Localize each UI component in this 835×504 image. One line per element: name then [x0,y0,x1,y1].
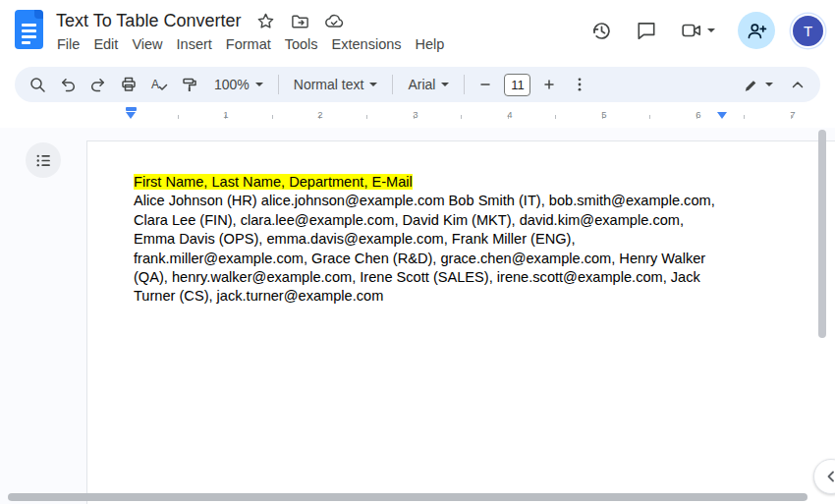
docs-app-icon[interactable] [15,10,43,49]
spell-check-icon[interactable]: A [145,71,173,98]
header-actions: T [583,9,823,52]
move-folder-icon[interactable] [290,12,309,31]
document-page[interactable]: First Name, Last Name, Department, E-Mai… [86,140,835,504]
heading-line[interactable]: First Name, Last Name, Department, E-Mai… [134,173,724,192]
hide-menus-icon[interactable] [784,71,811,98]
title-row: Text To Table Converter [56,11,344,31]
ruler-mark: 6 [696,109,700,120]
ruler-mark: 3 [413,109,418,120]
menu-view[interactable]: View [125,34,169,54]
paragraph-style-select[interactable]: Normal text [286,71,386,98]
cloud-status-icon[interactable] [324,12,344,31]
menu-tools[interactable]: Tools [278,34,325,54]
more-toolbar-options-icon[interactable] [566,71,593,98]
zoom-select[interactable]: 100% [206,71,271,98]
document-canvas: First Name, Last Name, Department, E-Mai… [0,128,835,504]
menu-help[interactable]: Help [409,34,452,54]
svg-text:A: A [151,78,159,91]
toolbar-divider [278,75,279,94]
ruler-mark: 7 [790,109,795,120]
chevron-down-icon [441,83,449,86]
font-family-select[interactable]: Arial [400,71,457,98]
chevron-down-icon [369,83,377,86]
first-line-indent-marker[interactable] [126,107,137,111]
paint-format-icon[interactable] [176,71,203,98]
right-indent-marker[interactable] [717,112,727,119]
redo-icon[interactable] [84,71,112,98]
document-text[interactable]: First Name, Last Name, Department, E-Mai… [87,141,724,307]
paragraph-style-value: Normal text [294,77,364,92]
toolbar-divider [392,75,393,94]
toolbar-divider [464,75,465,94]
header: Text To Table Converter File Edit View I… [0,0,835,61]
menu-insert[interactable]: Insert [170,34,219,54]
zoom-value: 100% [214,77,250,92]
vertical-scrollbar[interactable] [818,130,826,338]
docs-icon-fold [34,10,43,19]
document-body[interactable]: Alice Johnson (HR) alice.johnson@example… [134,192,724,306]
document-title[interactable]: Text To Table Converter [56,11,241,31]
editing-mode-select[interactable] [735,71,781,98]
chevron-down-icon [765,83,773,86]
menu-bar: File Edit View Insert Format Tools Exten… [50,34,451,54]
meet-video-icon[interactable] [673,12,722,49]
menu-edit[interactable]: Edit [86,34,125,54]
print-icon[interactable] [115,71,142,98]
chevron-down-icon [255,83,263,86]
horizontal-scrollbar[interactable] [8,493,807,501]
version-history-icon[interactable] [583,12,620,49]
menu-extensions[interactable]: Extensions [325,34,409,54]
horizontal-ruler[interactable]: 1 2 3 4 5 6 7 [0,105,823,128]
increase-font-size-icon[interactable] [535,71,563,98]
menu-format[interactable]: Format [219,34,278,54]
ruler-mark: 1 [223,109,228,120]
font-family-value: Arial [408,77,435,92]
ruler-mark: 5 [601,109,606,120]
font-size-input[interactable]: 11 [504,74,530,96]
left-indent-marker[interactable] [126,107,137,119]
undo-icon[interactable] [54,71,82,98]
ruler-mark: 2 [317,109,322,120]
menu-file[interactable]: File [50,34,86,54]
comments-icon[interactable] [628,12,665,49]
document-outline-button[interactable] [26,142,61,178]
highlighted-heading[interactable]: First Name, Last Name, Department, E-Mai… [134,174,413,190]
ruler-mark: 4 [507,109,512,120]
decrease-font-size-icon[interactable] [472,71,499,98]
star-icon[interactable] [255,12,275,31]
search-menus-icon[interactable] [24,71,51,98]
avatar[interactable]: T [793,16,823,46]
chevron-down-icon [707,28,715,32]
share-button[interactable] [738,12,775,49]
toolbar: A 100% Normal text Arial 11 [15,67,820,102]
